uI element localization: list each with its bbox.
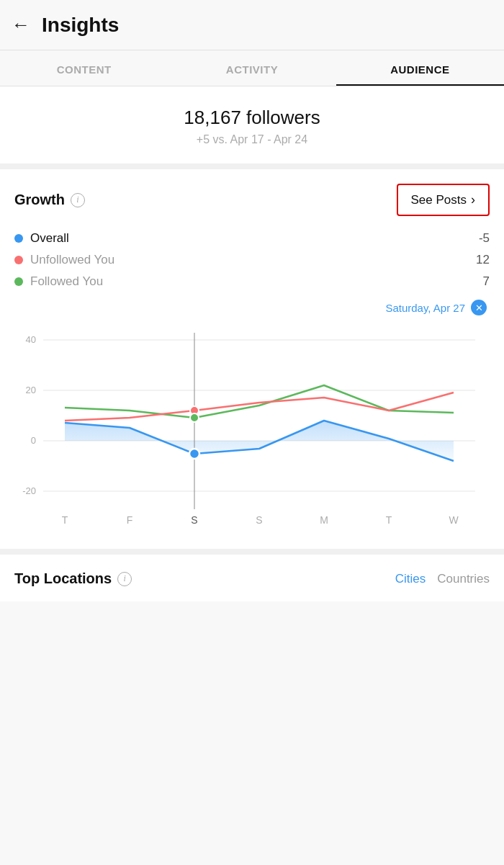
- header: ← Insights: [0, 0, 504, 50]
- locations-title-group: Top Locations i: [14, 570, 132, 587]
- growth-chart[interactable]: 40 20 0 -20: [14, 318, 490, 549]
- see-posts-button[interactable]: See Posts ›: [397, 184, 490, 216]
- tab-bar: CONTENT ACTIVITY AUDIENCE: [0, 50, 504, 86]
- svg-point-11: [190, 413, 199, 422]
- close-tooltip-button[interactable]: ✕: [471, 300, 487, 315]
- growth-section: Growth i See Posts › Overall -5 Unfollow…: [0, 169, 504, 555]
- back-button[interactable]: ←: [12, 14, 30, 36]
- legend-value-unfollowed: 12: [476, 253, 490, 267]
- legend-dot-overall: [14, 234, 23, 243]
- followers-change: +5 vs. Apr 17 - Apr 24: [14, 133, 490, 146]
- legend-value-followed: 7: [483, 274, 490, 289]
- legend-label-overall: Overall: [30, 231, 69, 246]
- svg-text:0: 0: [31, 435, 36, 446]
- followers-count: 18,167 followers: [14, 107, 490, 129]
- tab-content[interactable]: CONTENT: [0, 50, 168, 86]
- tab-audience[interactable]: AUDIENCE: [336, 50, 504, 86]
- locations-info-icon[interactable]: i: [117, 572, 132, 586]
- growth-header: Growth i See Posts ›: [14, 184, 490, 216]
- locations-title: Top Locations: [14, 570, 112, 587]
- legend-dot-followed: [14, 277, 23, 286]
- svg-text:T: T: [386, 514, 392, 526]
- legend-item-followed: Followed You 7: [14, 271, 490, 292]
- chart-legend: Overall -5 Unfollowed You 12 Followed Yo…: [14, 228, 490, 292]
- growth-title: Growth: [14, 192, 65, 208]
- growth-info-icon[interactable]: i: [71, 193, 85, 207]
- legend-item-overall: Overall -5: [14, 228, 490, 249]
- date-tooltip: Saturday, Apr 27 ✕: [14, 300, 490, 315]
- svg-text:T: T: [62, 514, 68, 526]
- svg-text:W: W: [449, 514, 459, 526]
- legend-label-unfollowed: Unfollowed You: [30, 253, 114, 267]
- top-locations-section: Top Locations i Cities Countries: [0, 555, 504, 601]
- svg-text:M: M: [320, 514, 328, 526]
- close-icon: ✕: [475, 302, 483, 313]
- svg-point-12: [189, 449, 199, 459]
- tab-activity[interactable]: ACTIVITY: [168, 50, 336, 86]
- tooltip-date: Saturday, Apr 27: [385, 302, 465, 314]
- svg-text:S: S: [191, 514, 197, 526]
- svg-text:F: F: [127, 514, 133, 526]
- page-title: Insights: [42, 14, 119, 37]
- legend-dot-unfollowed: [14, 256, 23, 264]
- locations-tab-countries[interactable]: Countries: [437, 572, 490, 586]
- legend-label-followed: Followed You: [30, 274, 103, 289]
- locations-tab-bar: Cities Countries: [395, 572, 490, 586]
- svg-text:-20: -20: [22, 485, 36, 496]
- legend-item-unfollowed: Unfollowed You 12: [14, 249, 490, 271]
- svg-text:20: 20: [26, 385, 36, 395]
- chevron-icon: ›: [471, 192, 475, 207]
- growth-title-group: Growth i: [14, 192, 85, 208]
- followers-summary: 18,167 followers +5 vs. Apr 17 - Apr 24: [0, 86, 504, 169]
- legend-value-overall: -5: [479, 231, 490, 246]
- svg-text:40: 40: [26, 334, 36, 345]
- svg-text:S: S: [256, 514, 262, 526]
- locations-header: Top Locations i Cities Countries: [14, 570, 490, 587]
- locations-tab-cities[interactable]: Cities: [395, 572, 426, 586]
